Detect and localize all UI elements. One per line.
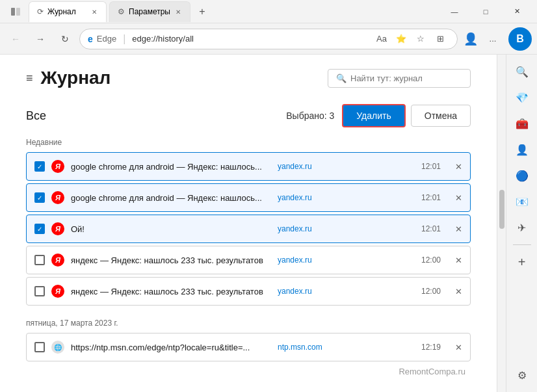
back-button[interactable]: ← — [5, 29, 26, 49]
item-close-5[interactable]: ✕ — [455, 287, 462, 296]
sidebar-search-icon[interactable]: 🔍 — [510, 60, 534, 83]
section-recent-label: Недавние — [26, 138, 471, 147]
tab-journal[interactable]: ⟳ Журнал ✕ — [29, 1, 107, 22]
history-item-2[interactable]: ✓ Я google chrome для android — Яндекс: … — [26, 183, 471, 212]
yandex-icon-2: Я — [51, 191, 64, 204]
item-domain-5: yandex.ru — [278, 287, 323, 296]
bing-button[interactable]: B — [508, 27, 532, 51]
item-title-6: https://ntp.msn.com/edge/ntp?locale=ru&t… — [71, 343, 266, 352]
tab-params-label: Параметры — [129, 7, 170, 16]
history-item-6[interactable]: 🌐 https://ntp.msn.com/edge/ntp?locale=ru… — [26, 333, 471, 361]
svg-rect-1 — [16, 8, 20, 16]
checkbox-1[interactable]: ✓ — [34, 161, 45, 172]
sidebar-toggle[interactable] — [5, 1, 26, 22]
item-time-3: 12:01 — [421, 224, 441, 233]
new-tab-button[interactable]: + — [193, 3, 211, 21]
tab-params-close[interactable]: ✕ — [174, 7, 182, 17]
refresh-button[interactable]: ↻ — [55, 29, 75, 49]
tabs-container: ⟳ Журнал ✕ ⚙ Параметры ✕ + — [5, 1, 439, 22]
sidebar-add-button[interactable]: + — [510, 250, 534, 274]
item-title-2: google chrome для android — Яндекс: нашл… — [71, 193, 266, 203]
checkbox-5[interactable] — [34, 286, 45, 296]
yandex-icon-5: Я — [51, 285, 64, 298]
edge-label: Edge — [97, 34, 116, 44]
delete-button[interactable]: Удалить — [342, 104, 405, 127]
sidebar-telegram-icon[interactable]: ✈ — [510, 216, 534, 239]
item-title-1: google chrome для android — Яндекс: нашл… — [71, 162, 266, 172]
tab-params-icon: ⚙ — [118, 7, 125, 16]
favorites-icon[interactable]: ⭐ — [392, 30, 410, 48]
msn-icon: 🌐 — [51, 341, 64, 354]
sidebar-circle-icon[interactable]: 🔵 — [510, 164, 534, 187]
item-domain-2: yandex.ru — [278, 193, 323, 202]
main-layout: ≡ Журнал 🔍 Все Выбрано: 3 Удалить Отмена… — [0, 55, 537, 392]
item-close-6[interactable]: ✕ — [455, 343, 462, 352]
address-bar: ← → ↻ e Edge | edge://history/all Aa ⭐ ☆… — [0, 23, 537, 55]
profile-icon[interactable]: 👤 — [462, 30, 480, 48]
sidebar-outlook-icon[interactable]: 📧 — [510, 190, 534, 213]
sidebar-settings-icon[interactable]: ⚙ — [510, 363, 534, 387]
item-domain-1: yandex.ru — [278, 162, 323, 171]
window-controls: — □ ✕ — [439, 1, 532, 22]
close-button[interactable]: ✕ — [502, 1, 532, 22]
scrollbar-thumb[interactable] — [499, 190, 504, 229]
tab-journal-close[interactable]: ✕ — [90, 7, 98, 17]
item-close-2[interactable]: ✕ — [455, 193, 462, 203]
history-item-5[interactable]: Я яндекс — Яндекс: нашлось 233 тыс. резу… — [26, 277, 471, 306]
edge-icon: e — [88, 34, 93, 44]
yandex-icon-4: Я — [51, 254, 64, 267]
action-bar: Все Выбрано: 3 Удалить Отмена — [26, 104, 471, 127]
checkbox-4[interactable] — [34, 255, 45, 265]
section-all-title: Все — [26, 109, 286, 123]
item-time-5: 12:00 — [421, 287, 441, 296]
checkbox-2[interactable]: ✓ — [34, 192, 45, 203]
watermark: RemontCompa.ru — [26, 364, 471, 379]
sidebar-gem-icon[interactable]: 💎 — [510, 86, 534, 109]
sidebar-tools-icon[interactable]: 🧰 — [510, 112, 534, 135]
url-text: edge://history/all — [132, 34, 369, 44]
address-actions: Aa ⭐ ☆ ⊞ — [373, 30, 449, 48]
history-item-1[interactable]: ✓ Я google chrome для android — Яндекс: … — [26, 152, 471, 181]
item-title-3: Ой! — [71, 224, 266, 234]
hamburger-icon[interactable]: ≡ — [26, 72, 33, 85]
sidebar-panel: 🔍 💎 🧰 👤 🔵 📧 ✈ + ⚙ — [506, 55, 537, 392]
yandex-icon-3: Я — [51, 222, 64, 235]
tab-journal-label: Журнал — [47, 7, 76, 16]
item-time-2: 12:01 — [421, 193, 441, 202]
item-title-4: яндекс — Яндекс: нашлось 233 тыс. резуль… — [71, 255, 266, 265]
item-domain-3: yandex.ru — [278, 224, 323, 233]
maximize-button[interactable]: □ — [471, 1, 501, 22]
collections-icon[interactable]: ☆ — [412, 30, 430, 48]
read-aloud-icon[interactable]: Aa — [373, 30, 391, 48]
history-item-3[interactable]: ✓ Я Ой! yandex.ru 12:01 ✕ — [26, 215, 471, 243]
item-title-5: яндекс — Яндекс: нашлось 233 тыс. резуль… — [71, 287, 266, 296]
url-separator: | — [123, 33, 125, 45]
cancel-button[interactable]: Отмена — [411, 105, 471, 127]
scrollbar[interactable] — [497, 55, 506, 392]
item-close-4[interactable]: ✕ — [455, 255, 462, 265]
history-item-4[interactable]: Я яндекс — Яндекс: нашлось 233 тыс. резу… — [26, 246, 471, 274]
item-close-3[interactable]: ✕ — [455, 224, 462, 234]
item-time-6: 12:19 — [421, 343, 441, 352]
split-icon[interactable]: ⊞ — [431, 30, 449, 48]
item-time-1: 12:01 — [421, 162, 441, 171]
sidebar-user-icon[interactable]: 👤 — [510, 138, 534, 161]
tab-params[interactable]: ⚙ Параметры ✕ — [109, 1, 190, 22]
section-friday-label: пятница, 17 марта 2023 г. — [26, 319, 471, 328]
sidebar-divider — [513, 244, 531, 245]
search-input[interactable] — [350, 73, 454, 83]
search-icon: 🔍 — [336, 73, 347, 83]
address-box[interactable]: e Edge | edge://history/all Aa ⭐ ☆ ⊞ — [79, 29, 458, 49]
page-title: Журнал — [41, 68, 320, 88]
item-close-1[interactable]: ✕ — [455, 162, 462, 172]
svg-rect-0 — [11, 8, 15, 16]
search-box[interactable]: 🔍 — [328, 69, 471, 88]
checkbox-6[interactable] — [34, 342, 45, 352]
item-time-4: 12:00 — [421, 255, 441, 265]
checkbox-3[interactable]: ✓ — [34, 224, 45, 234]
settings-more-icon[interactable]: ... — [484, 30, 502, 48]
item-domain-4: yandex.ru — [278, 255, 323, 265]
minimize-button[interactable]: — — [439, 1, 469, 22]
forward-button[interactable]: → — [30, 29, 51, 49]
yandex-icon-1: Я — [51, 160, 64, 173]
